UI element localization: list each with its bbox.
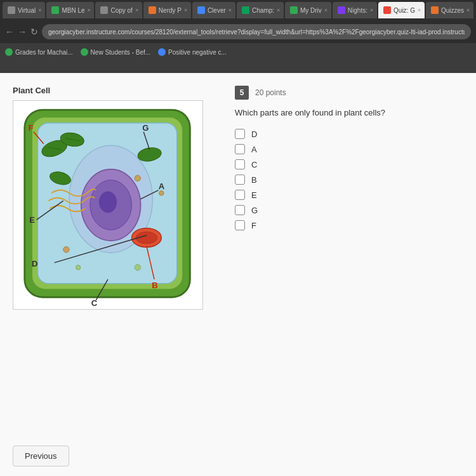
tab-close-mydrive[interactable]: × xyxy=(324,7,327,13)
tab-close-clever[interactable]: × xyxy=(228,7,232,13)
option-B[interactable]: B xyxy=(235,175,463,185)
tab-nerdy[interactable]: Nerdy P × xyxy=(143,2,191,18)
tab-favicon-mydrive xyxy=(290,6,298,14)
answer-options: D A C B E xyxy=(235,129,463,230)
tab-favicon-mbn xyxy=(51,6,59,14)
svg-text:C: C xyxy=(91,298,98,308)
tab-quizzes[interactable]: Quizzes × xyxy=(426,2,473,18)
bookmark-grades[interactable]: Grades for Machai... xyxy=(5,48,73,56)
svg-point-16 xyxy=(159,191,164,195)
question-points: 20 points xyxy=(255,88,286,97)
option-D[interactable]: D xyxy=(235,129,463,139)
option-label-D: D xyxy=(251,129,257,139)
checkbox-C[interactable] xyxy=(235,159,245,169)
tab-favicon-copy xyxy=(100,6,108,14)
browser-chrome: Virtual × MBN Le × Copy of × Nerdy P × C… xyxy=(0,0,476,73)
tab-close-copy[interactable]: × xyxy=(135,7,138,13)
checkbox-B[interactable] xyxy=(235,175,245,185)
bookmark-icon-students xyxy=(81,48,88,56)
back-button[interactable]: ← xyxy=(5,27,14,37)
option-label-C: C xyxy=(251,160,257,169)
forward-button[interactable]: → xyxy=(18,27,27,37)
tab-favicon-nights xyxy=(338,6,345,14)
svg-point-18 xyxy=(76,265,80,270)
bookmark-icon-grades xyxy=(5,48,13,56)
plant-cell-svg: F G A E D B xyxy=(13,101,202,309)
tab-favicon-clever xyxy=(197,6,205,14)
tab-nights[interactable]: Nights: × xyxy=(333,2,377,18)
quiz-container: Plant Cell xyxy=(0,73,476,476)
option-label-E: E xyxy=(251,190,257,200)
question-header: 5 20 points xyxy=(235,86,463,100)
cell-image-wrapper: F G A E D B xyxy=(13,100,203,310)
option-F[interactable]: F xyxy=(235,220,463,230)
tab-quizgc[interactable]: Quiz: G × xyxy=(378,2,425,18)
tab-mbn[interactable]: MBN Le × xyxy=(46,2,94,18)
tab-close-virtual[interactable]: × xyxy=(38,7,41,13)
svg-point-19 xyxy=(135,265,140,270)
option-label-A: A xyxy=(251,145,257,154)
svg-text:F: F xyxy=(28,123,33,133)
question-number: 5 xyxy=(235,86,249,100)
tab-mydrive[interactable]: My Driv × xyxy=(285,2,331,18)
bookmark-students[interactable]: New Students - Bef... xyxy=(81,48,151,56)
svg-text:A: A xyxy=(159,182,165,191)
tab-close-nights[interactable]: × xyxy=(370,7,373,13)
svg-point-17 xyxy=(63,247,69,253)
bookmark-icon-positive xyxy=(158,48,166,56)
svg-text:G: G xyxy=(142,123,149,133)
checkbox-G[interactable] xyxy=(235,205,245,215)
tab-champs[interactable]: Champ: × xyxy=(237,2,284,18)
svg-text:E: E xyxy=(29,215,35,225)
tab-virtual[interactable]: Virtual × xyxy=(3,2,45,18)
option-label-B: B xyxy=(251,175,257,185)
tab-favicon-virtual xyxy=(8,6,15,14)
svg-point-12 xyxy=(99,191,117,213)
tab-close-mbn[interactable]: × xyxy=(88,7,91,13)
checkbox-E[interactable] xyxy=(235,190,245,200)
previous-button[interactable]: Previous xyxy=(13,446,69,466)
svg-point-15 xyxy=(135,175,140,181)
tab-favicon-quizzes xyxy=(431,6,439,14)
bookmarks-bar: Grades for Machai... New Students - Bef.… xyxy=(0,43,476,61)
svg-text:D: D xyxy=(32,259,37,268)
tab-favicon-quizgc xyxy=(383,6,391,14)
option-label-G: G xyxy=(251,206,258,215)
checkbox-D[interactable] xyxy=(235,129,245,139)
tab-favicon-nerdy xyxy=(149,6,156,14)
tab-copy[interactable]: Copy of × xyxy=(95,2,142,18)
checkbox-A[interactable] xyxy=(235,144,245,154)
question-text: Which parts are only found in plant cell… xyxy=(235,107,463,119)
bottom-bar: Previous xyxy=(13,439,463,470)
option-label-F: F xyxy=(251,221,256,230)
tab-bar: Virtual × MBN Le × Copy of × Nerdy P × C… xyxy=(0,0,476,20)
tab-clever[interactable]: Clever × xyxy=(192,2,235,18)
question-section: 5 20 points Which parts are only found i… xyxy=(228,86,463,439)
svg-text:B: B xyxy=(152,281,157,290)
tab-close-nerdy[interactable]: × xyxy=(184,7,187,13)
tab-close-quizgc[interactable]: × xyxy=(418,7,421,13)
option-E[interactable]: E xyxy=(235,190,463,200)
refresh-button[interactable]: ↻ xyxy=(30,27,38,37)
option-A[interactable]: A xyxy=(235,144,463,154)
bookmark-positive[interactable]: Positive negative c... xyxy=(158,48,227,56)
tab-close-champs[interactable]: × xyxy=(277,7,280,13)
option-G[interactable]: G xyxy=(235,205,463,215)
cell-image-section: Plant Cell xyxy=(13,86,216,439)
question-area: Plant Cell xyxy=(13,86,463,439)
tab-close-quizzes[interactable]: × xyxy=(466,7,470,13)
tab-favicon-champs xyxy=(242,6,249,14)
address-bar: ← → ↻ xyxy=(0,20,476,43)
option-C[interactable]: C xyxy=(235,159,463,169)
plant-cell-label: Plant Cell xyxy=(13,86,216,95)
address-input[interactable] xyxy=(42,24,471,39)
checkbox-F[interactable] xyxy=(235,220,245,230)
